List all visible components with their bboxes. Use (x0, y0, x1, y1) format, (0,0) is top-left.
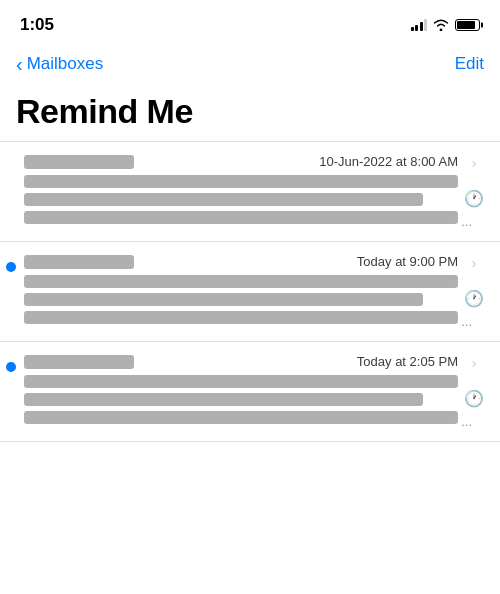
unread-dot-2 (6, 262, 16, 272)
email-item-3[interactable]: Today at 2:05 PM › 🕐 ... (0, 342, 500, 442)
back-label: Mailboxes (27, 54, 104, 74)
chevron-right-icon-1: › (472, 156, 477, 170)
battery-icon (455, 19, 480, 31)
status-icons (411, 19, 481, 31)
clock-icon-3: 🕐 (464, 389, 484, 408)
email-date-2: Today at 9:00 PM (357, 254, 458, 269)
email-body-1 (24, 175, 458, 224)
email-date-1: 10-Jun-2022 at 8:00 AM (319, 154, 458, 169)
wifi-icon (433, 19, 449, 31)
signal-icon (411, 19, 428, 31)
nav-bar: ‹ Mailboxes Edit (0, 44, 500, 88)
clock-icon-2: 🕐 (464, 289, 484, 308)
sender-placeholder-3 (24, 355, 134, 369)
clock-icon-1: 🕐 (464, 189, 484, 208)
back-button[interactable]: ‹ Mailboxes (16, 54, 103, 74)
chevron-right-icon-2: › (472, 256, 477, 270)
email-item-1[interactable]: 10-Jun-2022 at 8:00 AM › 🕐 ... (0, 142, 500, 242)
ellipsis-2: ... (461, 314, 472, 329)
email-content-1: 10-Jun-2022 at 8:00 AM (24, 154, 458, 224)
email-header-3: Today at 2:05 PM (24, 354, 458, 369)
email-body-3 (24, 375, 458, 424)
email-item-2[interactable]: Today at 9:00 PM › 🕐 ... (0, 242, 500, 342)
email-body-2 (24, 275, 458, 324)
email-list: 10-Jun-2022 at 8:00 AM › 🕐 ... Today at … (0, 142, 500, 442)
ellipsis-3: ... (461, 414, 472, 429)
email-content-3: Today at 2:05 PM (24, 354, 458, 424)
email-content-2: Today at 9:00 PM (24, 254, 458, 324)
sender-placeholder-2 (24, 255, 134, 269)
page-title: Remind Me (16, 92, 484, 131)
edit-button[interactable]: Edit (455, 54, 484, 74)
email-header-2: Today at 9:00 PM (24, 254, 458, 269)
status-time: 1:05 (20, 15, 54, 35)
sender-placeholder-1 (24, 155, 134, 169)
back-chevron-icon: ‹ (16, 54, 23, 74)
unread-dot-3 (6, 362, 16, 372)
chevron-right-icon-3: › (472, 356, 477, 370)
page-title-container: Remind Me (0, 88, 500, 141)
ellipsis-1: ... (461, 214, 472, 229)
status-bar: 1:05 (0, 0, 500, 44)
email-date-3: Today at 2:05 PM (357, 354, 458, 369)
email-header-1: 10-Jun-2022 at 8:00 AM (24, 154, 458, 169)
